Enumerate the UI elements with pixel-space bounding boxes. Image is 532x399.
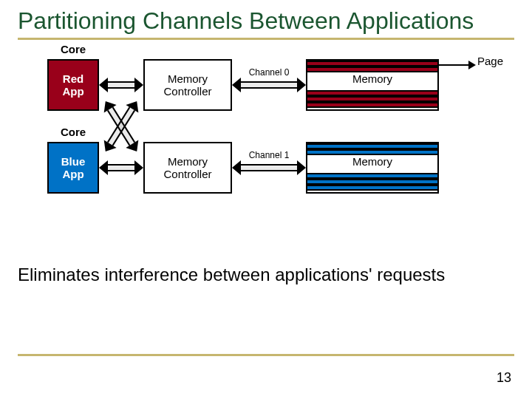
slide-title: Partitioning Channels Between Applicatio… [18, 7, 514, 35]
mem1-stripe [307, 185, 437, 191]
core-label-top: Core [61, 43, 86, 55]
mem0-label: Memory [307, 72, 437, 85]
mem0-stripe [307, 61, 437, 66]
body-text: Eliminates interference between applicat… [18, 265, 514, 285]
slide: Partitioning Channels Between Applicatio… [0, 0, 532, 399]
arrow-red-mc0 [99, 78, 143, 92]
memory-box-1: Memory [306, 142, 439, 194]
mem1-stripe [307, 149, 437, 155]
core-label-bottom: Core [61, 126, 86, 138]
mem1-stripe [307, 143, 437, 149]
mem1-label: Memory [307, 155, 437, 168]
channel-1-label: Channel 1 [239, 150, 299, 160]
blue-app-box: Blue App [47, 142, 99, 194]
red-app-box: Red App [47, 59, 99, 111]
mem0-stripe [307, 102, 437, 108]
mem-controller-0: Memory Controller [143, 59, 232, 111]
mem1-stripe [307, 179, 437, 185]
mem0-stripe [307, 96, 437, 102]
arrow-blue-mc1 [99, 160, 143, 175]
arrow-channel-0: Channel 0 [232, 78, 306, 92]
mc1-label: Memory Controller [163, 155, 211, 180]
page-number: 13 [497, 370, 511, 386]
mem1-stripe [307, 173, 437, 179]
red-app-label: Red App [62, 72, 83, 98]
memory-box-0: Memory [306, 59, 439, 111]
mem0-stripe [307, 66, 437, 72]
title-underline [18, 38, 514, 40]
mc0-label: Memory Controller [163, 72, 211, 98]
diagram: Core Core Red App Blue App Memory Contro… [47, 43, 520, 235]
page-arrow [439, 61, 476, 69]
channel-0-label: Channel 0 [239, 67, 299, 78]
bottom-underline [18, 354, 514, 356]
mem0-stripe [307, 90, 437, 96]
blue-app-label: Blue App [61, 155, 86, 180]
mem-controller-1: Memory Controller [143, 142, 232, 194]
arrow-channel-1: Channel 1 [232, 160, 306, 175]
page-label: Page [477, 55, 503, 67]
